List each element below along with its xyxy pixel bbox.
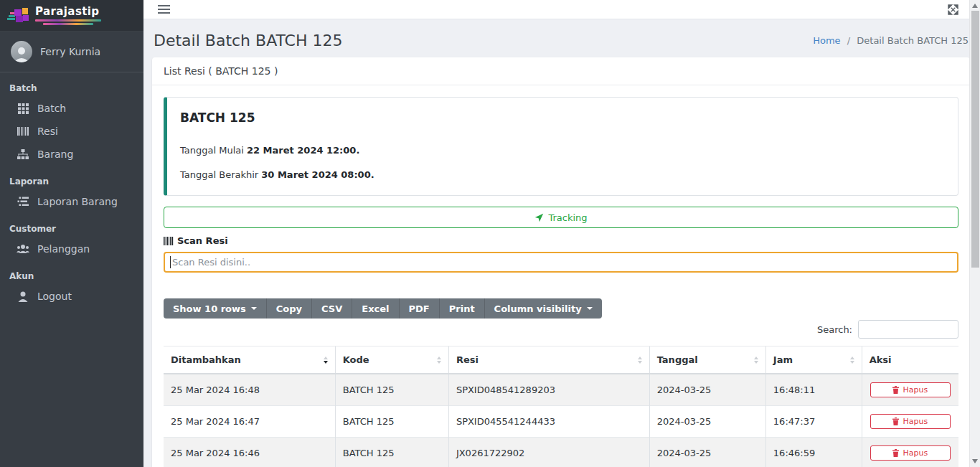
sort-icon[interactable] xyxy=(324,357,328,364)
column-label: Jam xyxy=(773,354,793,365)
table-row: 25 Mar 2024 16:46 BATCH 125 JX0261722902… xyxy=(164,438,958,467)
content-header: Detail Batch BATCH 125 Home / Detail Bat… xyxy=(152,28,970,57)
csv-label: CSV xyxy=(321,303,342,314)
column-header-tanggal[interactable]: Tanggal xyxy=(649,346,765,374)
cell-tanggal: 2024-03-25 xyxy=(649,374,765,406)
trash-icon xyxy=(892,449,899,457)
pdf-label: PDF xyxy=(409,303,430,314)
list-icon xyxy=(17,197,29,207)
table-header-row: Ditambahkan Kode Resi xyxy=(164,346,958,374)
breadcrumb-home-link[interactable]: Home xyxy=(813,35,840,46)
scan-resi-label: Scan Resi xyxy=(164,235,958,246)
avatar xyxy=(11,41,32,62)
hapus-button[interactable]: Hapus xyxy=(870,445,951,461)
sidebar-item-barang[interactable]: Barang xyxy=(0,143,143,166)
column-header-kode[interactable]: Kode xyxy=(335,346,448,374)
main-area: Detail Batch BATCH 125 Home / Detail Bat… xyxy=(143,0,980,467)
column-label: Kode xyxy=(343,354,369,365)
fullscreen-icon[interactable] xyxy=(948,4,958,15)
sidebar-item-pelanggan[interactable]: Pelanggan xyxy=(0,237,143,260)
cell-ditambahkan: 25 Mar 2024 16:48 xyxy=(164,374,335,406)
menu-header-customer: Customer xyxy=(0,213,143,237)
column-header-aksi: Aksi xyxy=(862,346,958,374)
search-label: Search: xyxy=(817,324,852,335)
resi-table: Ditambahkan Kode Resi xyxy=(164,346,958,467)
scrollbar-thumb[interactable] xyxy=(971,11,979,268)
scan-resi-input[interactable] xyxy=(164,252,958,273)
cell-aksi: Hapus xyxy=(862,406,958,438)
card-title: List Resi ( BATCH 125 ) xyxy=(152,57,970,85)
cell-kode: BATCH 125 xyxy=(335,406,448,438)
window-scrollbar[interactable] xyxy=(969,0,980,467)
sort-icon[interactable] xyxy=(437,357,441,364)
cell-jam: 16:48:11 xyxy=(765,374,862,406)
menu-header-laporan: Laporan xyxy=(0,166,143,190)
sidebar-item-resi[interactable]: Resi xyxy=(0,120,143,143)
brand-tagline xyxy=(35,19,101,25)
print-label: Print xyxy=(449,303,475,314)
column-label: Aksi xyxy=(870,354,892,365)
hapus-label: Hapus xyxy=(903,385,928,395)
csv-button[interactable]: CSV xyxy=(311,298,352,319)
cell-jam: 16:47:37 xyxy=(765,406,862,438)
batch-title: BATCH 125 xyxy=(180,110,945,125)
cell-aksi: Hapus xyxy=(862,374,958,406)
show-rows-label: Show 10 rows xyxy=(173,303,246,314)
sidebar-menu: Batch Batch Resi xyxy=(0,72,143,308)
sidebar-item-label: Laporan Barang xyxy=(37,196,118,207)
cell-ditambahkan: 25 Mar 2024 16:46 xyxy=(164,438,335,467)
cell-tanggal: 2024-03-25 xyxy=(649,438,765,467)
sidebar-item-label: Barang xyxy=(37,148,73,160)
sitemap-icon xyxy=(17,149,29,160)
table-row: 25 Mar 2024 16:47 BATCH 125 SPXID0455412… xyxy=(164,406,958,438)
sort-icon[interactable] xyxy=(850,357,854,364)
datatable-search: Search: xyxy=(164,320,958,339)
hapus-label: Hapus xyxy=(903,448,928,458)
column-header-jam[interactable]: Jam xyxy=(765,346,862,374)
print-button[interactable]: Print xyxy=(439,298,484,319)
cell-resi: JX0261722902 xyxy=(448,438,649,467)
table-row: 25 Mar 2024 16:48 BATCH 125 SPXID0485412… xyxy=(164,374,958,406)
location-arrow-icon xyxy=(534,213,544,222)
barcode-icon xyxy=(164,237,174,245)
breadcrumb-separator: / xyxy=(847,35,850,46)
copy-button[interactable]: Copy xyxy=(266,298,311,319)
cell-ditambahkan: 25 Mar 2024 16:47 xyxy=(164,406,335,438)
brand[interactable]: Parajastip xyxy=(0,0,143,32)
column-header-ditambahkan[interactable]: Ditambahkan xyxy=(164,346,335,374)
scrollbar-up-arrow-icon[interactable] xyxy=(972,4,978,8)
scan-resi-input-wrap xyxy=(164,252,958,273)
column-header-resi[interactable]: Resi xyxy=(448,346,649,374)
sidebar-item-laporan-barang[interactable]: Laporan Barang xyxy=(0,190,143,213)
cell-jam: 16:46:59 xyxy=(765,438,862,467)
batch-end-line: Tanggal Berakhir 30 Maret 2024 08:00. xyxy=(180,169,945,180)
top-navbar xyxy=(143,0,980,19)
user-panel: Ferry Kurnia xyxy=(0,32,143,72)
cell-tanggal: 2024-03-25 xyxy=(649,406,765,438)
excel-button[interactable]: Excel xyxy=(352,298,398,319)
trash-icon xyxy=(892,386,899,394)
breadcrumb-current: Detail Batch BATCH 125 xyxy=(857,35,969,46)
sidebar-item-batch[interactable]: Batch xyxy=(0,97,143,120)
copy-label: Copy xyxy=(276,303,302,314)
scan-resi-label-text: Scan Resi xyxy=(177,235,228,246)
sidebar-item-label: Resi xyxy=(37,126,58,137)
pdf-button[interactable]: PDF xyxy=(399,298,439,319)
cell-resi: SPXID048541289203 xyxy=(448,374,649,406)
avatar-person-icon xyxy=(12,45,31,62)
column-visibility-button[interactable]: Column visibility xyxy=(484,298,602,319)
column-label: Tanggal xyxy=(657,354,698,365)
list-resi-card: List Resi ( BATCH 125 ) BATCH 125 Tangga… xyxy=(152,57,970,467)
sort-icon[interactable] xyxy=(638,357,642,364)
sort-icon[interactable] xyxy=(754,357,758,364)
hamburger-menu-icon[interactable] xyxy=(156,0,171,19)
sidebar-item-logout[interactable]: Logout xyxy=(0,285,143,308)
search-input[interactable] xyxy=(858,320,958,339)
hapus-button[interactable]: Hapus xyxy=(870,382,951,397)
scrollbar-down-arrow-icon[interactable] xyxy=(972,459,978,463)
batch-end-value: 30 Maret 2024 08:00. xyxy=(261,169,374,180)
tracking-button[interactable]: Tracking xyxy=(164,207,958,228)
datatable-buttons: Show 10 rows Copy CSV Excel PDF xyxy=(164,298,958,319)
show-rows-button[interactable]: Show 10 rows xyxy=(164,298,266,319)
hapus-button[interactable]: Hapus xyxy=(870,414,951,429)
